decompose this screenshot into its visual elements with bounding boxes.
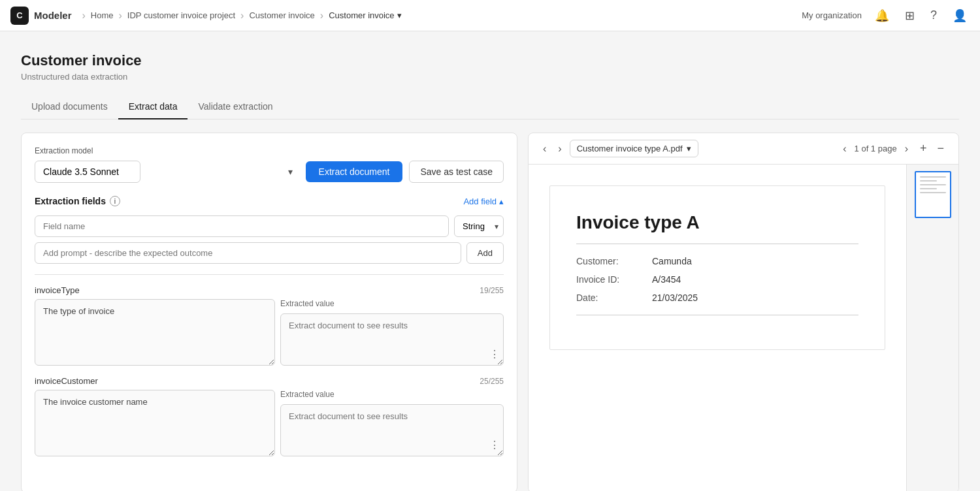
field-count-invoice-customer: 25/255 [480, 377, 504, 386]
tab-validate-extraction[interactable]: Validate extraction [188, 95, 283, 119]
bell-icon[interactable]: 🔔 [872, 6, 892, 25]
app-name: Modeler [34, 10, 72, 21]
invoice-title: Invoice type A [576, 212, 858, 233]
prompt-input[interactable] [35, 242, 461, 264]
field-type-wrapper: String [454, 215, 504, 237]
invoice-key-customer: Customer: [576, 256, 642, 266]
breadcrumb-sep-0: › [82, 10, 86, 22]
doc-page-info: ‹ 1 of 1 page › + − [839, 140, 948, 157]
doc-dropdown-icon: ▾ [687, 144, 691, 153]
extracted-label-invoice-type: Extracted value [280, 299, 504, 308]
doc-thumbnail-panel [906, 165, 958, 491]
field-item-invoice-type-body: The type of invoice Extracted value ⋮ [35, 299, 504, 366]
model-select-wrapper: Claude 3.5 Sonnet [35, 161, 299, 183]
thumb-line-3 [920, 184, 946, 185]
invoice-val-customer: Camunda [652, 256, 692, 266]
breadcrumb-customer-invoice[interactable]: Customer invoice [249, 10, 314, 20]
invoice-divider-top [576, 244, 858, 244]
field-desc-invoice-type[interactable]: The type of invoice [35, 299, 275, 366]
breadcrumb-sep-1: › [119, 10, 122, 22]
org-name: My organization [802, 10, 862, 20]
extract-document-button[interactable]: Extract document [306, 161, 403, 182]
save-as-test-case-button[interactable]: Save as test case [409, 161, 504, 183]
field-type-select[interactable]: String [454, 215, 504, 237]
panels: Extraction model Claude 3.5 Sonnet Extra… [21, 133, 959, 491]
field-form-row1: String [35, 215, 504, 237]
extraction-model-label: Extraction model [35, 146, 504, 155]
model-select[interactable]: Claude 3.5 Sonnet [35, 161, 140, 183]
thumb-line-1 [920, 176, 946, 178]
left-panel: Extraction model Claude 3.5 Sonnet Extra… [21, 133, 517, 491]
doc-toolbar: ‹ › Customer invoice type A.pdf ▾ ‹ 1 of… [529, 133, 958, 165]
extraction-fields-header: Extraction fields i Add field ▴ [35, 196, 504, 206]
add-action-button[interactable]: Add [466, 242, 504, 264]
breadcrumb-home[interactable]: Home [91, 10, 114, 20]
nav-left: C Modeler › Home › IDP customer invoice … [10, 7, 802, 25]
main-content: Customer invoice Unstructured data extra… [0, 31, 980, 491]
field-name-input[interactable] [35, 215, 449, 237]
extracted-area-invoice-type[interactable] [280, 313, 504, 366]
invoice-key-date: Date: [576, 293, 642, 303]
extracted-area-invoice-customer[interactable] [280, 404, 504, 456]
doc-thumbnail[interactable] [915, 171, 951, 218]
thumb-line-2 [920, 180, 937, 182]
invoice-row-id: Invoice ID: A/3454 [576, 270, 858, 289]
invoice-card: Invoice type A Customer: Camunda Invoice… [549, 185, 885, 350]
app-icon: C [10, 7, 29, 25]
invoice-row-customer: Customer: Camunda [576, 252, 858, 270]
page-next-button[interactable]: › [901, 142, 912, 156]
help-icon[interactable]: ? [928, 6, 939, 25]
breadcrumb-sep-3: › [320, 10, 323, 22]
field-desc-invoice-customer[interactable]: The invoice customer name [35, 390, 275, 456]
field-extracted-invoice-type: Extracted value ⋮ [280, 299, 504, 366]
add-field-button[interactable]: Add field ▴ [463, 197, 504, 206]
zoom-out-button[interactable]: − [933, 140, 948, 157]
doc-name-selector[interactable]: Customer invoice type A.pdf ▾ [570, 140, 698, 157]
chevron-down-icon: ▾ [397, 10, 402, 20]
invoice-val-date: 21/03/2025 [652, 293, 698, 303]
info-icon[interactable]: i [110, 196, 120, 206]
field-form-row2: Add [35, 242, 504, 264]
extraction-fields-title: Extraction fields i [35, 196, 120, 206]
invoice-row-date: Date: 21/03/2025 [576, 289, 858, 307]
tabs: Upload documents Extract data Validate e… [21, 95, 959, 119]
right-panel: ‹ › Customer invoice type A.pdf ▾ ‹ 1 of… [528, 133, 959, 491]
invoice-val-id: A/3454 [652, 274, 681, 285]
field-item-invoice-customer-header: invoiceCustomer 25/255 [35, 376, 504, 386]
zoom-controls: + − [916, 140, 948, 157]
doc-nav-left: ‹ › Customer invoice type A.pdf ▾ [539, 140, 698, 157]
page-prev-button[interactable]: ‹ [839, 142, 850, 156]
invoice-divider-bottom [576, 315, 858, 315]
extracted-label-invoice-customer: Extracted value [280, 390, 504, 399]
doc-content: Invoice type A Customer: Camunda Invoice… [529, 165, 958, 491]
doc-main: Invoice type A Customer: Camunda Invoice… [529, 165, 906, 491]
thumb-line-5 [920, 192, 946, 193]
model-row: Claude 3.5 Sonnet Extract document Save … [35, 161, 504, 183]
field-item-invoice-customer-body: The invoice customer name Extracted valu… [35, 390, 504, 456]
tab-extract-data[interactable]: Extract data [118, 95, 188, 119]
nav-right: My organization 🔔 ⊞ ? 👤 [802, 6, 970, 25]
page-info-text: 1 of 1 page [855, 144, 897, 153]
field-name-invoice-type: invoiceType [35, 285, 80, 295]
doc-next-button[interactable]: › [554, 142, 565, 156]
tab-upload-documents[interactable]: Upload documents [21, 95, 118, 119]
doc-filename: Customer invoice type A.pdf [577, 144, 683, 153]
zoom-in-button[interactable]: + [916, 140, 931, 157]
doc-prev-button[interactable]: ‹ [539, 142, 550, 156]
breadcrumb-current[interactable]: Customer invoice ▾ [329, 10, 401, 20]
field-item-invoice-type-header: invoiceType 19/255 [35, 285, 504, 295]
field-menu-button-invoice-type[interactable]: ⋮ [489, 348, 500, 360]
page-subtitle: Unstructured data extraction [21, 72, 959, 82]
invoice-key-id: Invoice ID: [576, 274, 642, 285]
dashboard-icon[interactable]: ⊞ [902, 6, 917, 25]
page-title: Customer invoice [21, 52, 959, 69]
breadcrumb-sep-2: › [240, 10, 244, 22]
field-count-invoice-type: 19/255 [480, 286, 504, 295]
thumb-line-4 [920, 188, 937, 189]
field-form: String Add [35, 215, 504, 275]
field-item-invoice-type: invoiceType 19/255 The type of invoice E… [35, 285, 504, 366]
chevron-up-icon: ▴ [499, 197, 504, 206]
field-menu-button-invoice-customer[interactable]: ⋮ [489, 439, 500, 451]
breadcrumb-project[interactable]: IDP customer invoice project [127, 10, 235, 20]
user-icon[interactable]: 👤 [950, 6, 970, 25]
